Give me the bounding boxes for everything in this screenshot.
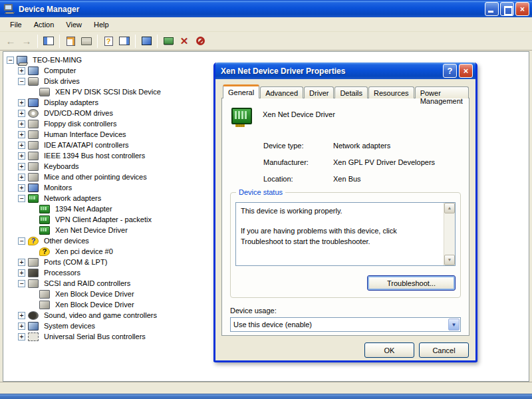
menu-bar: File Action View Help [0,17,532,32]
expand-toggle-icon[interactable]: + [18,110,25,117]
menu-file[interactable]: File [4,19,28,31]
expand-toggle-icon[interactable]: + [18,142,25,149]
device-manager-window: Device Manager × File Action View Help ←… [0,0,532,399]
expand-toggle-icon[interactable]: + [18,323,25,330]
device-usage-section: Device usage: Use this device (enable) ▼ [230,307,461,332]
nic-icon [39,215,50,224]
expand-toggle-icon[interactable]: + [18,131,25,138]
maximize-button[interactable] [500,2,514,16]
help-button[interactable]: ? [100,34,116,49]
expand-toggle-icon[interactable]: − [18,78,25,85]
update-driver-button[interactable] [160,34,176,49]
device-usage-label: Device usage: [230,307,461,315]
location-label: Location: [263,175,333,183]
network-adapter-icon [231,108,252,124]
tab-general[interactable]: General [223,84,259,98]
toolbar-separator [59,35,60,48]
expand-toggle-icon[interactable]: + [18,259,25,266]
tree-item-label: Xen Block Device Driver [53,300,136,309]
tree-item-label: Universal Serial Bus controllers [42,332,148,341]
expand-toggle-icon[interactable]: + [18,184,25,192]
expand-toggle-icon[interactable]: − [7,57,14,64]
tab-driver[interactable]: Driver [304,86,334,98]
location-row: Location: Xen Bus [263,175,461,183]
scan-hardware-changes-button[interactable] [138,34,154,49]
expand-toggle-icon[interactable]: + [18,152,25,160]
uninstall-button[interactable]: ✕ [176,34,192,49]
manufacturer-value: Xen GPL PV Driver Developers [333,158,435,166]
expand-toggle-icon[interactable]: + [18,163,25,170]
system-icon [28,322,39,331]
scroll-down-icon[interactable]: ▼ [444,255,455,265]
chevron-down-icon[interactable]: ▼ [448,319,460,331]
tab-advanced[interactable]: Advanced [260,86,303,98]
show-action-pane-button[interactable] [116,34,132,49]
menu-view[interactable]: View [60,19,88,31]
properties-button[interactable] [63,34,78,49]
tree-item-label: Human Interface Devices [42,130,128,139]
ok-button[interactable]: OK [364,342,414,358]
expand-toggle-icon[interactable]: + [18,174,25,181]
status-scrollbar[interactable]: ▲ ▼ [444,203,455,265]
tree-item-label: Other devices [42,236,91,245]
menu-action[interactable]: Action [28,19,61,31]
status-line-1: This device is working properly. [241,206,439,217]
expand-toggle-icon[interactable]: + [18,333,25,340]
tree-item-label: Network adapters [42,194,103,203]
tree-item-label: Monitors [42,183,74,192]
expand-toggle-icon[interactable]: − [18,195,25,202]
tab-details[interactable]: Details [334,86,368,98]
close-button[interactable]: × [515,2,529,16]
toolbar-separator [97,35,98,48]
device-usage-dropdown[interactable]: Use this device (enable) ▼ [230,317,461,332]
show-console-tree-button[interactable] [41,34,57,49]
disk-icon [39,88,50,96]
forward-button[interactable]: → [19,34,35,49]
expand-toggle-icon[interactable]: + [18,312,25,319]
expand-toggle-icon[interactable]: − [18,280,25,287]
tree-item-label: Disk drives [42,76,82,86]
nic-icon [28,194,39,203]
expand-toggle-icon[interactable]: + [18,269,25,277]
dialog-help-button[interactable]: ? [443,64,457,78]
back-button[interactable]: ← [3,34,19,49]
dialog-titlebar: Xen Net Device Driver Properties ? × [215,63,475,79]
device-manager-icon [4,4,15,14]
disk-icon [28,77,39,86]
keyboard-icon [28,162,39,171]
ide-icon [28,141,39,150]
floppy-icon [28,120,39,128]
disable-icon [196,37,205,45]
tab-resources[interactable]: Resources [368,86,414,98]
cancel-button[interactable]: Cancel [419,342,469,358]
menu-help[interactable]: Help [88,19,115,31]
cpu-icon [28,269,39,277]
expand-toggle-icon[interactable]: + [18,67,25,74]
minimize-button[interactable] [485,2,499,16]
expand-toggle-icon[interactable]: − [18,237,25,245]
mouse-icon [28,173,39,182]
tree-item-label: Xen Net Device Driver [53,225,130,235]
toolbar-separator [135,35,136,48]
question-icon [28,237,39,245]
troubleshoot-row: Troubleshoot... [235,275,456,291]
device-usage-value: Use this device (enable) [231,321,448,329]
expand-toggle-icon[interactable]: + [18,99,25,106]
tree-item-label: Processors [42,268,82,277]
uninstall-icon: ✕ [180,36,189,46]
tree-item-label: XEN PV DISK SCSI Disk Device [53,87,163,96]
tree-item-label: Display adapters [42,98,100,107]
scroll-up-icon[interactable]: ▲ [444,203,455,213]
taskbar-edge [0,394,532,399]
location-value: Xen Bus [333,175,361,183]
tab-power-management[interactable]: Power Management [415,86,469,98]
print-button[interactable] [78,34,94,49]
tree-item-label: IDE ATA/ATAPI controllers [42,140,131,150]
disable-button[interactable] [192,34,208,49]
dialog-close-button[interactable]: × [459,64,473,78]
tree-item-label: Mice and other pointing devices [42,172,149,182]
device-fields: Device type: Network adapters Manufactur… [263,142,461,183]
nic-icon [39,205,50,213]
expand-toggle-icon[interactable]: + [18,120,25,128]
troubleshoot-button[interactable]: Troubleshoot... [367,275,456,291]
